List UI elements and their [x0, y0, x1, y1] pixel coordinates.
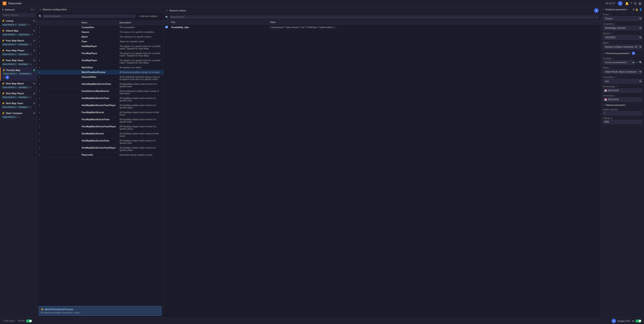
endpoint-row[interactable]: ▼ AttackMapMatchEventsTeam All AttackMap…	[37, 82, 163, 89]
tag-statsperform-pmp[interactable]: Stats Perform×	[2, 53, 17, 56]
tag-passmap-pmm[interactable]: PassMap×	[18, 43, 30, 46]
add-output-button[interactable]: + Add output	[2, 320, 14, 322]
output-row[interactable]: PenaltyMap_data {"displayName":"Adam Hlo…	[164, 25, 601, 30]
user-icon[interactable]: 👤	[639, 8, 642, 11]
endpoint-row[interactable]: ▼ PassMapPlayer The players of a specifi…	[37, 51, 163, 58]
endpoint-row[interactable]: ▼ Match The matches of a specific season	[37, 34, 163, 39]
add-tag-lineup[interactable]: +	[28, 23, 30, 26]
tag-penaltymap[interactable]: PenaltyMap×	[18, 72, 32, 75]
sidebar-item-stats-compare[interactable]: ⚡Stats Compare Stats Perform× +	[0, 110, 37, 120]
period-begin-date[interactable]: 📅 2019-06-05	[603, 88, 642, 92]
polling-input[interactable]	[603, 120, 642, 124]
endpoint-row[interactable]: ▼ Team Teams of a specific match	[37, 39, 163, 44]
scripting-search-icon[interactable]: 🔍	[639, 61, 642, 64]
tag-statsperform-pmt[interactable]: Stats Perform×	[2, 63, 17, 66]
status-indicator-shot-map-player	[33, 92, 35, 94]
search-endpoints-input[interactable]	[43, 14, 136, 18]
endpoint-row[interactable]: ▼ PassMapMatchEventsTeam All PassMap-rel…	[37, 117, 163, 124]
sidebar-item-pass-map-team[interactable]: ⚡Pass Map Team Stats Perform× PassMap× +	[0, 58, 37, 68]
player-select[interactable]: Adam Hlozek, Bayer Leverkusen	[603, 70, 642, 74]
tag-passmap-pmp[interactable]: PassMap×	[18, 53, 30, 56]
endpoint-row[interactable]: ▼ MatchPenaltiesPreview All historical p…	[37, 70, 163, 75]
period-end-date[interactable]: 📅 2022-06-26	[603, 98, 642, 102]
tag-shotmap-smt[interactable]: ShotMap×	[18, 106, 29, 108]
endpoint-row[interactable]: ▼ ShotMapMatchEventsTeamPlayer All ShotM…	[37, 146, 163, 153]
tag-statsperform-attack[interactable]: Stats Perform×	[2, 33, 17, 36]
add-tag-pmp[interactable]: +	[30, 52, 32, 56]
output-table: Key Value PenaltyMap_data {"displayName"…	[164, 20, 601, 318]
power-icon[interactable]: ⏻	[638, 2, 642, 5]
tag-statsperform-smm[interactable]: Stats Perform×	[2, 86, 17, 89]
tag-statsperform-pmm[interactable]: Stats Perform×	[2, 43, 17, 46]
engine-out-toggle[interactable]	[636, 320, 642, 322]
sidebar-item-shot-map-player[interactable]: ⚡Shot Map Player Stats Perform× ShotMap×…	[0, 90, 37, 100]
tag-passmap-pmt[interactable]: PassMap×	[18, 63, 30, 66]
lock-icon[interactable]: 🔒	[636, 8, 638, 11]
endpoint-row[interactable]: ▼ Season The season of a specific compet…	[37, 30, 163, 34]
endpoint-row[interactable]: ▼ HeatMapPlayer The players of a specifi…	[37, 44, 163, 51]
add-tag-smp[interactable]: +	[30, 96, 32, 99]
competition-select[interactable]: Bundesliga, Germany	[603, 26, 642, 30]
output-checkbox-cell[interactable]	[164, 25, 170, 30]
sidebar-title[interactable]: ▼ Datasets	[2, 8, 15, 11]
endpoint-row[interactable]: ▼ PassMapMatchEvents All PassMap-related…	[37, 110, 163, 117]
add-endpoint-button[interactable]: + Add new endpoint	[136, 14, 160, 18]
flatten-input[interactable]	[603, 111, 642, 115]
filter-icon-cell: ▼	[37, 132, 80, 138]
sidebar-item-pass-map-player[interactable]: ⚡Pass Map Player Stats Perform× PassMap×…	[0, 48, 37, 58]
sidebar-item-attack-map[interactable]: ⚡Attack Map Stats Perform× AttackMap× +	[0, 28, 37, 38]
endpoint-row[interactable]: ▼ ShotMapPlayer The players of a specifi…	[37, 58, 163, 65]
tag-shotmap-smp[interactable]: ShotMap×	[18, 96, 29, 98]
tag-statsperform-pm[interactable]: Stats Perform×	[2, 72, 18, 75]
endpoint-row[interactable]: ▼ EventSelectorMatchEvents All EventSele…	[37, 89, 163, 96]
comp2-select[interactable]: Any	[603, 79, 642, 84]
tag-statsperform-sc[interactable]: Stats Perform×	[2, 116, 17, 118]
tag-statsperform-lineup[interactable]: Stats Perform×	[2, 24, 17, 26]
add-tag-pmt[interactable]: +	[30, 62, 32, 66]
endpoint-row[interactable]: ▼ ShotMapMatchEventsTeam All ShotMap-rel…	[37, 138, 163, 146]
processing-params-header[interactable]: ▼ Processing parameters 2	[601, 50, 644, 56]
endpoint-row[interactable]: ▼ HeatMapMatchEventsTeam All HeatMap-rel…	[37, 96, 163, 103]
endpoint-row[interactable]: ▼ ShotMapMatchEvents All ShotMap-related…	[37, 132, 163, 138]
add-tag-smt[interactable]: +	[30, 106, 32, 109]
endpoint-row[interactable]: ▼ Competition The competition	[37, 25, 163, 30]
filter-icon-cell: ▼	[37, 89, 80, 96]
add-tag-pm[interactable]: +	[2, 76, 5, 79]
dataset-params-header[interactable]: ▼ Dataset parameters	[601, 103, 644, 108]
sidebar-item-pass-map-match[interactable]: ⚡Pass Map Match Stats Perform× PassMap× …	[0, 38, 37, 48]
notification-icon[interactable]: 🔔	[625, 2, 629, 5]
sidebar-item-penalty-map[interactable]: ⚡Penalty Map Stats Perform× PenaltyMap× …	[0, 68, 37, 81]
endpoint-row[interactable]: ▼ PlayersInfo Information about a player…	[37, 153, 163, 158]
output-value-header: Value	[268, 20, 601, 25]
tag-lineup[interactable]: LineUp×	[18, 24, 28, 26]
endpoint-params-header[interactable]: ▼ Endpoint parameters ⊟ 🔒 👤	[601, 7, 644, 12]
endpoint-row[interactable]: ▼ PassMapMatchEventsTeamPlayer All PassM…	[37, 124, 163, 132]
add-tag-sc[interactable]: +	[18, 115, 20, 119]
endpoint-row[interactable]: ▼ HeatMapMatchEventsTeamPlayer All HeatM…	[37, 103, 163, 110]
search-entries-input[interactable]	[169, 15, 599, 19]
tag-statsperform-smp[interactable]: Stats Perform×	[2, 96, 17, 98]
help-icon[interactable]: ?	[630, 2, 632, 5]
sidebar-item-shot-map-team[interactable]: ⚡Shot Map Team Stats Perform× ShotMap× +	[0, 100, 37, 110]
group-select[interactable]: Group 1	[603, 16, 642, 21]
endpoint-row[interactable]: ▼ SeasonalStats Short statistical commen…	[37, 75, 163, 82]
endpoint-row[interactable]: ▼ MatchStats All statistics of a match	[37, 65, 163, 70]
filter-icon[interactable]: ⊟	[31, 8, 33, 11]
add-tag-attack[interactable]: +	[31, 33, 34, 36]
tag-statsperform-smt[interactable]: Stats Perform×	[2, 106, 17, 108]
viz-arc-toggle[interactable]	[26, 320, 32, 322]
sidebar-item-shot-map-match[interactable]: ⚡Shot Map Match Stats Perform× ShotMap× …	[0, 81, 37, 90]
search-datasets-input[interactable]	[2, 13, 35, 17]
filter-icon[interactable]: ⊟	[632, 8, 634, 11]
tag-shotmap-smm[interactable]: ShotMap×	[18, 86, 29, 89]
output-checkbox[interactable]	[165, 26, 168, 28]
season-select[interactable]: 2022/2023	[603, 35, 642, 40]
scripting-select[interactable]: VizrtViz Arena/StatsPerfo...	[603, 60, 635, 65]
settings-icon[interactable]: ⚙	[634, 2, 637, 5]
add-tag-smm[interactable]: +	[30, 86, 32, 89]
match-select[interactable]: Bochum vs Bayer Leverkusen, 2023-05-...	[603, 45, 642, 49]
tag-attackmap[interactable]: AttackMap×	[18, 33, 30, 36]
sidebar-item-lineup[interactable]: ⚡Lineup Stats Perform× LineUp× +	[0, 18, 37, 28]
add-dataset-icon[interactable]: +	[34, 8, 35, 11]
add-tag-pmm[interactable]: +	[30, 43, 32, 46]
